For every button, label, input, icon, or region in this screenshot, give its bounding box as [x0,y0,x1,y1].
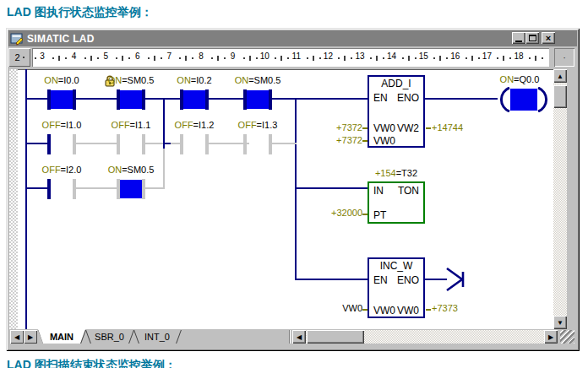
resize-grip[interactable] [560,330,574,344]
arrow-up-icon: ▲ [557,73,564,80]
close-icon: × [546,33,551,43]
value-connector [362,127,368,129]
contact-i1.0[interactable]: OFF=I1.0 [47,134,76,154]
tab-int0[interactable]: INT_0 [133,329,181,344]
pou-tab-bar: ◀ ▶ MAIN SBR_0 INT_0 ◀ ▶ [9,329,575,344]
ladder-canvas[interactable]: ON=I0.0 ON=SM0.5 ON=I0.2 ON=SM0.5 OFF=I1… [9,69,553,329]
wire-to-add-en [297,98,368,100]
contact-sm0.5-c[interactable]: ON=SM0.5 [117,179,145,199]
simatic-lad-window: SIMATIC LAD × 2 345678910111213141516171… [6,28,580,351]
branch-node-a-off [163,149,165,189]
arrow-left-icon: ◀ [14,333,19,341]
add-in2-value: +7372 [336,135,362,145]
divider [289,330,291,344]
ruler-origin-cell: 2 [8,48,30,67]
contact-label: ON=I0.2 [177,75,211,85]
block-title: ADD_I [369,78,423,89]
coil-q0.0[interactable] [498,87,550,112]
contact-i1.1[interactable]: OFF=I1.1 [117,134,145,154]
add-i-block[interactable]: ADD_I EN ENO VW0 VW2 VW0 [368,75,425,148]
timer-value-label: +154=T32 [368,168,425,178]
wire [163,143,171,144]
coil-label: ON=Q0.0 [487,74,552,84]
wire [25,187,47,189]
contact-i2.0[interactable]: OFF=I2.0 [47,179,76,199]
pin-in2: VW0 [373,135,395,147]
minimize-button[interactable] [512,32,525,44]
wire [272,143,297,144]
vertical-scrollbar[interactable]: ▲ ▼ [553,69,567,329]
inc-out-value: +7373 [432,303,458,313]
tab-main[interactable]: MAIN [38,329,85,344]
add-in1-value: +7372 [336,122,362,133]
wire [76,98,117,100]
scroll-track[interactable] [553,69,567,329]
pin-in: IN [373,185,384,197]
pin-en: EN [373,92,388,104]
contact-sm0.5-b[interactable]: ON=SM0.5 [243,89,272,110]
ton-pt-value: +32000 [331,208,362,218]
ruler-end-cell: · [554,48,574,67]
contact-label: OFF=I1.0 [42,120,82,130]
arrow-down-icon: ▼ [557,319,564,327]
contact-label: OFF=I1.1 [112,120,151,130]
arrow-right-icon: ▶ [548,333,553,341]
tab-scroll-right-button[interactable]: ▶ [24,330,37,344]
scroll-down-button[interactable]: ▼ [553,316,567,329]
page-heading-top: LAD 图执行状态监控举例： [7,5,153,20]
scroll-thumb[interactable] [307,330,364,344]
value-connector [426,309,431,311]
wire-inc-out [425,279,447,280]
scroll-thumb[interactable] [553,85,567,108]
contact-i1.2[interactable]: OFF=I1.2 [180,134,209,154]
wire-to-ton-in [297,187,368,189]
contact-i0.2[interactable]: ON=I0.2 [180,89,209,110]
contact-i1.3[interactable]: OFF=I1.3 [243,134,272,154]
contact-label: OFF=I2.0 [42,165,82,175]
close-button[interactable]: × [542,32,555,44]
contact-label: ON=SM0.5 [235,75,281,85]
window-title: SIMATIC LAD [27,33,95,45]
output-bus [295,98,297,280]
wire [76,187,117,189]
contact-label: OFF=I1.3 [238,120,278,130]
contact-i0.0[interactable]: ON=I0.0 [47,89,76,110]
arrow-left-icon: ◀ [297,333,302,341]
inc-w-block[interactable]: INC_W EN ENO VW0 VW0 [368,257,425,318]
tab-sbr0[interactable]: SBR_0 [85,329,133,344]
value-connector [362,214,368,215]
wire-to-inc-en [297,279,368,280]
wire [25,98,47,100]
contact-sm0.5-a[interactable]: ON=SM0.5 [117,89,145,110]
wire [209,98,243,100]
power-rail [25,69,27,329]
maximize-icon [529,35,536,41]
arrow-right-icon: ▶ [28,333,33,341]
value-connector [362,140,368,142]
pin-type: TON [398,185,419,197]
ton-block[interactable]: IN TON PT [368,181,425,224]
scroll-left-button[interactable]: ◀ [292,330,306,344]
add-out-value: +14744 [432,122,463,133]
block-title: INC_W [369,260,423,272]
contact-label: ON=I0.0 [44,75,79,85]
pin-en: EN [373,274,388,286]
contact-label: OFF=I1.2 [175,120,215,130]
page-heading-bottom: LAD 图扫描结束状态监控举例： [7,358,177,368]
scroll-up-button[interactable]: ▲ [553,69,567,83]
wire-eno-to-coil [425,98,498,100]
value-connector [426,127,431,129]
wire [145,143,164,144]
wire [145,187,165,189]
wire [76,143,117,144]
tab-scroll-left-button[interactable]: ◀ [10,330,24,344]
title-bar[interactable]: SIMATIC LAD [8,30,577,46]
maximize-button[interactable] [525,32,539,44]
scroll-right-button[interactable]: ▶ [544,330,558,344]
wire [25,143,47,144]
pin-in1: VW0 [373,122,395,134]
inc-in-value: VW0 [342,303,362,313]
horizontal-scrollbar[interactable]: ◀ ▶ [292,330,558,344]
branch-arrow-icon [445,264,467,295]
pin-out: VW0 [397,305,419,317]
